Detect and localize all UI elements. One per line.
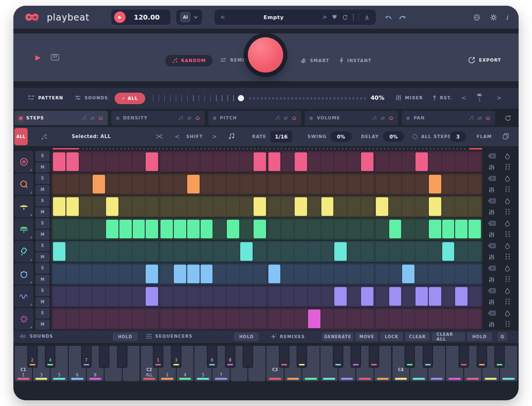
piano-key-Fs1[interactable]: 7 (81, 346, 92, 368)
step-cell-26[interactable] (389, 287, 402, 306)
step-cell-11[interactable] (187, 287, 200, 306)
step-cell-5[interactable] (106, 175, 118, 193)
step-cell-24[interactable] (361, 220, 373, 238)
step-cell-15[interactable] (240, 242, 253, 261)
piano-key-Ds3[interactable] (297, 346, 307, 368)
preset-name[interactable]: Empty (230, 14, 318, 21)
step-cell-3[interactable] (80, 242, 92, 261)
mute-button[interactable]: M (35, 320, 50, 330)
step-cell-15[interactable] (240, 175, 253, 193)
note-value-icon[interactable] (228, 133, 235, 139)
step-cell-1[interactable] (53, 152, 65, 171)
step-cell-9[interactable] (160, 175, 173, 193)
step-cell-18[interactable] (281, 310, 294, 328)
dice-icon[interactable] (469, 116, 474, 120)
step-cell-22[interactable] (334, 152, 347, 171)
step-cell-20[interactable] (308, 152, 320, 171)
step-cell-12[interactable] (201, 175, 213, 193)
step-cell-16[interactable] (254, 242, 266, 261)
repeat-drop-icon[interactable] (500, 151, 515, 161)
step-cell-17[interactable] (268, 197, 281, 216)
step-cell-30[interactable] (442, 197, 455, 216)
step-cell-24[interactable] (361, 265, 373, 283)
step-cell-29[interactable] (429, 287, 441, 306)
step-cell-22[interactable] (334, 197, 347, 216)
step-cell-29[interactable] (429, 265, 441, 283)
step-cell-22[interactable] (334, 265, 347, 283)
piano-mode-icon[interactable] (51, 54, 59, 61)
piano-key-Fs2[interactable]: 6 (207, 346, 217, 368)
drag-handle-icon[interactable] (500, 275, 515, 285)
step-cell-20[interactable] (308, 197, 320, 216)
move-button[interactable]: MOVE (355, 332, 378, 341)
step-cell-21[interactable] (321, 265, 334, 283)
tab-pan[interactable]: PAN (402, 111, 495, 125)
step-cell-31[interactable] (455, 197, 468, 216)
step-cell-2[interactable] (66, 265, 79, 283)
steps-all-selector[interactable]: ALL (14, 128, 28, 145)
duplicate-pattern-icon[interactable] (502, 133, 509, 139)
step-cell-8[interactable] (146, 242, 158, 261)
step-cell-28[interactable] (415, 197, 428, 216)
step-cell-3[interactable] (80, 175, 92, 193)
step-cell-14[interactable] (227, 197, 239, 216)
step-cell-5[interactable] (106, 220, 118, 238)
tab-pitch[interactable]: PITCH (208, 111, 302, 125)
step-cell-28[interactable] (415, 220, 428, 238)
step-dice-icon[interactable] (41, 134, 47, 140)
erase-track-icon[interactable] (484, 173, 499, 184)
step-cell-19[interactable] (295, 197, 307, 216)
sounds-section[interactable]: SOUNDS (19, 333, 53, 339)
step-cell-17[interactable] (268, 220, 281, 238)
remix-button[interactable]: REMIX (220, 57, 248, 63)
step-cell-22[interactable] (334, 242, 347, 261)
clear-all-button[interactable]: CLEAR ALL (432, 332, 465, 341)
step-cell-9[interactable] (160, 242, 173, 261)
loop-prev-button[interactable]: < (461, 95, 466, 101)
step-cell-7[interactable] (133, 310, 145, 328)
variation-slider-track[interactable] (153, 95, 235, 101)
step-cell-25[interactable] (376, 242, 388, 261)
step-cell-10[interactable] (174, 175, 186, 193)
shaker-icon[interactable] (14, 241, 33, 262)
step-cell-14[interactable] (227, 220, 239, 238)
drag-handle-icon[interactable] (500, 207, 515, 218)
erase-track-icon[interactable] (484, 263, 499, 274)
step-cell-19[interactable] (295, 220, 307, 238)
solo-button[interactable]: S (35, 196, 50, 206)
step-cell-28[interactable] (415, 310, 428, 328)
step-cell-27[interactable] (402, 220, 415, 238)
step-cell-10[interactable] (174, 265, 186, 283)
step-cell-11[interactable] (187, 152, 200, 171)
hihat-icon[interactable] (14, 196, 33, 217)
step-cell-8[interactable] (146, 197, 158, 216)
step-cell-2[interactable] (66, 152, 79, 171)
step-cell-26[interactable] (389, 197, 402, 216)
download-icon[interactable] (364, 14, 370, 21)
shift-right-button[interactable]: > (212, 133, 217, 140)
loop-icon[interactable] (477, 116, 482, 120)
gear-icon[interactable] (489, 13, 498, 21)
piano-key-Ds1[interactable]: 4 (45, 346, 55, 368)
export-button[interactable]: EXPORT (468, 56, 501, 64)
favorite-icon[interactable]: ♥ (332, 14, 337, 21)
step-cell-16[interactable] (254, 175, 266, 193)
step-cell-12[interactable] (201, 220, 213, 238)
step-cell-12[interactable] (201, 152, 213, 171)
preset-prev-button[interactable]: < (220, 14, 225, 21)
variation-slider-knob[interactable] (238, 95, 244, 101)
step-cell-12[interactable] (201, 265, 213, 283)
step-cell-26[interactable] (389, 220, 402, 238)
lock-button[interactable]: LOCK (380, 332, 403, 341)
step-cell-12[interactable] (201, 242, 213, 261)
sequencers-hold-button[interactable]: HOLD (234, 332, 259, 341)
step-cell-21[interactable] (321, 152, 334, 171)
track-sliders-icon[interactable] (484, 230, 499, 240)
step-cell-6[interactable] (119, 287, 132, 306)
step-cell-2[interactable] (66, 287, 79, 306)
step-cell-25[interactable] (376, 197, 388, 216)
step-cell-27[interactable] (402, 152, 415, 171)
piano-key-Cs2[interactable]: 1 (153, 346, 163, 368)
step-cell-3[interactable] (80, 152, 92, 171)
step-cell-18[interactable] (281, 265, 294, 283)
